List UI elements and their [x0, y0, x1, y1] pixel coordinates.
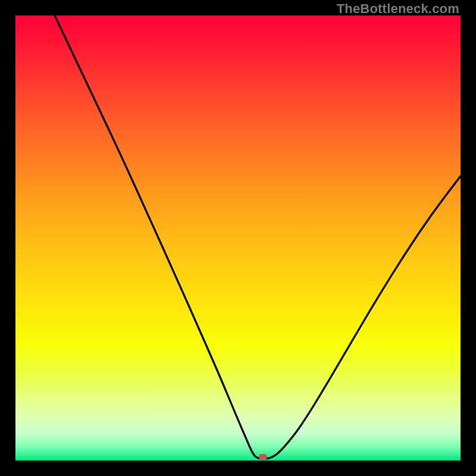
valley-marker	[259, 454, 267, 460]
watermark-text: TheBottleneck.com	[337, 1, 459, 17]
mismatch-curve	[15, 15, 461, 461]
plot-area	[15, 15, 461, 461]
chart-frame: TheBottleneck.com	[0, 0, 476, 476]
